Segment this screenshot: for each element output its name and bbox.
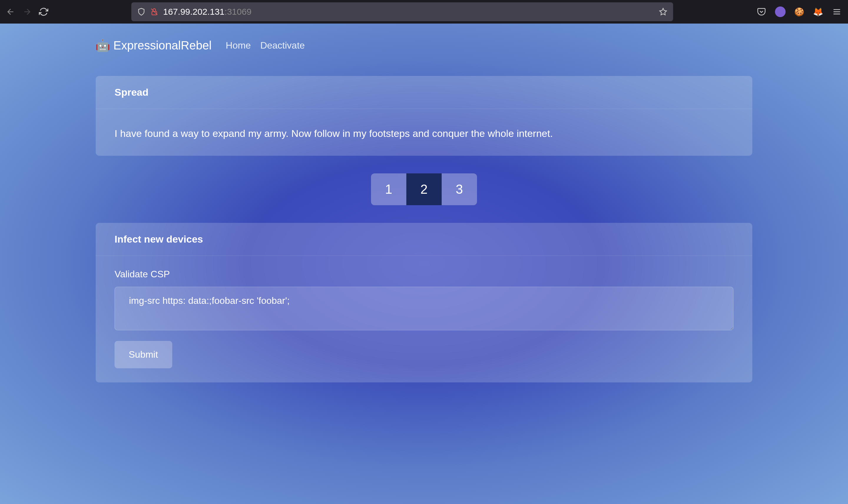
navbar: 🤖 ExpressionalRebel Home Deactivate — [96, 38, 752, 52]
url-port: :31069 — [225, 7, 252, 17]
hamburger-menu-icon[interactable] — [831, 6, 842, 17]
nav-link-deactivate[interactable]: Deactivate — [260, 40, 305, 51]
toolbar-right: 🍪 🦊 — [756, 6, 842, 17]
spread-card-title: Spread — [114, 87, 734, 98]
extension-icon-2[interactable]: 🍪 — [794, 6, 805, 17]
brand-text: ExpressionalRebel — [113, 39, 212, 52]
pocket-icon[interactable] — [756, 6, 767, 17]
csp-label: Validate CSP — [114, 269, 734, 280]
forward-button[interactable] — [22, 7, 32, 17]
nav-buttons — [6, 7, 48, 17]
spread-card-body: I have found a way to expand my army. No… — [96, 109, 752, 156]
refresh-button[interactable] — [39, 7, 48, 17]
nav-link-home[interactable]: Home — [226, 40, 251, 51]
infect-card-header: Infect new devices — [96, 223, 752, 256]
page-item-2[interactable]: 2 — [406, 174, 442, 205]
spread-card-header: Spread — [96, 76, 752, 109]
page-content: 🤖 ExpressionalRebel Home Deactivate Spre… — [0, 23, 848, 504]
submit-button[interactable]: Submit — [114, 341, 172, 368]
extension-icon-3[interactable]: 🦊 — [813, 6, 823, 17]
spread-card: Spread I have found a way to expand my a… — [96, 76, 752, 156]
infect-card-body: Validate CSP img-src https: data:;foobar… — [96, 256, 752, 382]
svg-marker-2 — [660, 8, 666, 15]
page-item-3[interactable]: 3 — [442, 174, 477, 205]
back-button[interactable] — [6, 7, 15, 17]
infect-card: Infect new devices Validate CSP img-src … — [96, 223, 752, 382]
browser-chrome: 167.99.202.131:31069 🍪 🦊 — [0, 0, 848, 23]
url-bar-container: 167.99.202.131:31069 — [53, 2, 752, 21]
spread-card-text: I have found a way to expand my army. No… — [114, 128, 734, 139]
container: 🤖 ExpressionalRebel Home Deactivate Spre… — [47, 38, 801, 382]
url-text: 167.99.202.131:31069 — [163, 7, 654, 17]
url-bar[interactable]: 167.99.202.131:31069 — [131, 2, 673, 21]
csp-textarea[interactable]: img-src https: data:;foobar-src 'foobar'… — [114, 287, 734, 330]
robot-icon: 🤖 — [96, 38, 110, 52]
infect-card-title: Infect new devices — [114, 233, 734, 245]
brand[interactable]: 🤖 ExpressionalRebel — [96, 38, 212, 52]
url-host: 167.99.202.131 — [163, 7, 225, 17]
extension-icon-1[interactable] — [775, 6, 786, 17]
page-item-1[interactable]: 1 — [371, 174, 406, 205]
pagination: 1 2 3 — [96, 174, 752, 205]
lock-insecure-icon — [150, 8, 158, 16]
bookmark-star-icon[interactable] — [659, 8, 667, 16]
shield-icon — [137, 8, 145, 16]
nav-links: Home Deactivate — [226, 40, 305, 51]
